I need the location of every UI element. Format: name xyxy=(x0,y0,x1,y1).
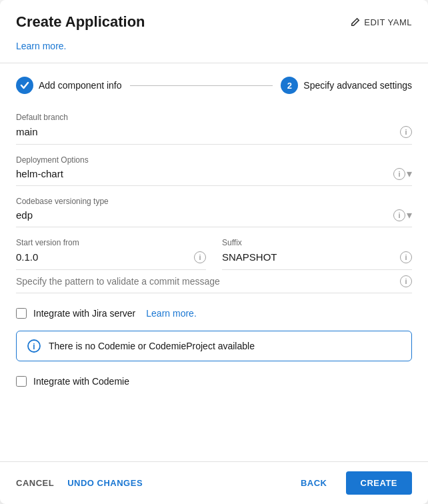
jira-checkbox-row: Integrate with Jira server Learn more. xyxy=(16,301,412,325)
default-branch-row: i xyxy=(16,125,412,145)
suffix-input[interactable] xyxy=(222,250,400,264)
deployment-options-row: helm-chart i ▾ xyxy=(16,167,412,186)
step2-circle: 2 xyxy=(281,77,298,94)
start-version-field-row: i xyxy=(16,250,206,270)
page-title: Create Application xyxy=(16,13,145,31)
back-button[interactable]: BACK xyxy=(290,471,338,495)
commit-pattern-info-icon: i xyxy=(400,275,412,287)
info-box-icon: i xyxy=(27,339,41,353)
suffix-field-row: i xyxy=(222,250,412,270)
step1-circle xyxy=(16,77,33,94)
svg-text:i: i xyxy=(33,342,35,351)
step-connector xyxy=(130,85,273,86)
stepper: Add component info 2 Specify advanced se… xyxy=(0,63,428,105)
start-version-label: Start version from xyxy=(16,230,206,247)
footer-right: BACK CREATE xyxy=(290,471,412,495)
learn-more-section: Learn more. xyxy=(0,37,428,63)
step1: Add component info xyxy=(16,77,122,94)
start-version-input[interactable] xyxy=(16,250,194,264)
deployment-options-select[interactable]: helm-chart xyxy=(16,168,393,179)
form-area: Default branch i Deployment Options helm… xyxy=(0,105,428,461)
codebase-versioning-info-icon: i xyxy=(393,209,405,221)
step2-label: Specify advanced settings xyxy=(303,80,412,91)
suffix-label: Suffix xyxy=(222,230,412,247)
start-version-info-icon: i xyxy=(194,251,206,263)
info-box: i There is no Codemie or CodemieProject … xyxy=(16,331,412,361)
footer-left: CANCEL UNDO CHANGES xyxy=(16,478,143,488)
default-branch-label: Default branch xyxy=(16,105,412,122)
codebase-versioning-group: Codebase versioning type edp i ▾ xyxy=(16,189,412,227)
start-version-group: Start version from i xyxy=(16,230,206,270)
step2: 2 Specify advanced settings xyxy=(281,77,412,94)
codemie-checkbox[interactable] xyxy=(16,376,27,387)
pencil-icon xyxy=(351,17,360,27)
default-branch-group: Default branch i xyxy=(16,105,412,145)
codebase-versioning-select[interactable]: edp xyxy=(16,209,393,221)
suffix-info-icon: i xyxy=(400,251,412,263)
codebase-chevron-icon: ▾ xyxy=(407,209,412,221)
jira-checkbox-label: Integrate with Jira server xyxy=(33,308,135,319)
edit-yaml-button[interactable]: EDIT YAML xyxy=(351,17,412,27)
cancel-button[interactable]: CANCEL xyxy=(16,478,54,488)
codemie-checkbox-label: Integrate with Codemie xyxy=(33,376,129,387)
jira-learn-more-link[interactable]: Learn more. xyxy=(146,308,196,319)
codebase-versioning-label: Codebase versioning type xyxy=(16,189,412,206)
commit-pattern-group: i xyxy=(16,275,412,293)
checkmark-icon xyxy=(20,81,29,90)
deployment-options-info-icon: i xyxy=(393,168,405,180)
commit-pattern-input[interactable] xyxy=(16,276,400,287)
version-suffix-row: Start version from i Suffix i xyxy=(16,230,412,273)
step1-label: Add component info xyxy=(39,80,122,91)
suffix-group: Suffix i xyxy=(222,230,412,270)
jira-checkbox[interactable] xyxy=(16,308,27,319)
default-branch-info-icon: i xyxy=(400,126,412,138)
codemie-checkbox-row: Integrate with Codemie xyxy=(16,369,412,393)
commit-pattern-row: i xyxy=(16,275,412,293)
deployment-options-label: Deployment Options xyxy=(16,147,412,165)
info-box-text: There is no Codemie or CodemieProject av… xyxy=(49,341,255,351)
footer: CANCEL UNDO CHANGES BACK CREATE xyxy=(0,461,428,504)
deployment-options-group: Deployment Options helm-chart i ▾ xyxy=(16,147,412,186)
undo-changes-button[interactable]: UNDO CHANGES xyxy=(67,478,143,488)
codebase-versioning-row: edp i ▾ xyxy=(16,209,412,227)
learn-more-link[interactable]: Learn more. xyxy=(16,41,66,51)
default-branch-input[interactable] xyxy=(16,125,400,139)
deployment-chevron-icon: ▾ xyxy=(407,167,412,180)
create-button[interactable]: CREATE xyxy=(346,471,412,495)
